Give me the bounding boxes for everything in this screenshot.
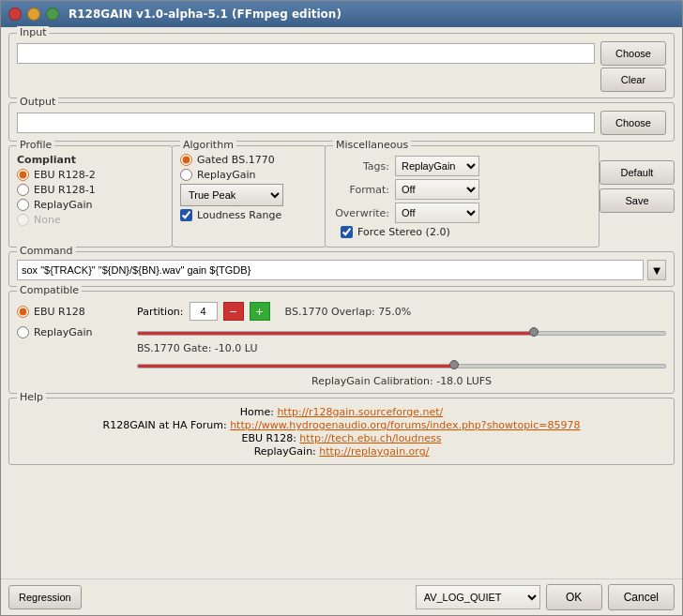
minimize-button[interactable]: [27, 8, 40, 21]
main-window: R128GAIN v1.0-alpha-5.1 (FFmpeg edition)…: [0, 0, 683, 616]
help-ebu-line: EBU R128: http://tech.ebu.ch/loudness: [17, 432, 666, 444]
help-home-line: Home: http://r128gain.sourceforge.net/: [17, 406, 666, 418]
log-select[interactable]: AV_LOG_QUIET AV_LOG_VERBOSE AV_LOG_DEBUG: [416, 585, 540, 609]
overwrite-row: Overwrite: Off On: [333, 203, 591, 223]
profile-replaygain-radio[interactable]: [17, 199, 29, 211]
input-label: Input: [17, 26, 49, 38]
profile-group: Profile Compliant EBU R128-2 EBU R128-1 …: [8, 145, 173, 248]
algo-gated-radio[interactable]: [180, 154, 192, 166]
output-choose-button[interactable]: Choose: [600, 111, 666, 135]
compat-rg-label: ReplayGain: [34, 326, 93, 338]
compatible-group: Compatible EBU R128 ReplayGain: [8, 291, 675, 394]
algo-replaygain-row: ReplayGain: [180, 169, 318, 181]
save-button[interactable]: Save: [600, 188, 675, 213]
loudness-range-row: Loudness Range: [180, 209, 318, 221]
partition-minus-button[interactable]: −: [223, 302, 244, 321]
partition-input[interactable]: [190, 302, 218, 321]
content-area: Input Choose Clear Output Choose Profile…: [1, 27, 682, 578]
profile-replaygain-row: ReplayGain: [17, 199, 164, 211]
help-ebu-text: EBU R128:: [241, 432, 299, 444]
window-title: R128GAIN v1.0-alpha-5.1 (FFmpeg edition): [68, 8, 342, 21]
profile-none-label: None: [34, 214, 61, 226]
regression-button[interactable]: Regression: [8, 585, 82, 609]
algo-gated-label: Gated BS.1770: [197, 154, 275, 166]
format-row: Format: Off On: [333, 179, 591, 200]
input-group: Input Choose Clear: [8, 33, 675, 98]
partition-row: Partition: − + BS.1770 Overlap: 75.0%: [137, 302, 666, 321]
force-stereo-row: Force Stereo (2.0): [341, 226, 591, 238]
input-clear-button[interactable]: Clear: [600, 68, 666, 92]
profile-ebu-r128-1-radio[interactable]: [17, 184, 29, 196]
help-rg-text: ReplayGain:: [254, 445, 320, 458]
close-button[interactable]: [8, 8, 22, 21]
help-forum-link[interactable]: http://www.hydrogenaudio.org/forums/inde…: [230, 419, 580, 431]
loudness-range-label: Loudness Range: [197, 209, 281, 221]
command-group: Command ▼: [8, 251, 675, 287]
profile-ebu-r128-2-row: EBU R128-2: [17, 169, 164, 181]
tags-select[interactable]: ReplayGain ID3v2 None: [395, 156, 479, 176]
compat-ebu128-radio[interactable]: [17, 306, 29, 318]
loudness-range-checkbox[interactable]: [180, 209, 192, 221]
force-stereo-label: Force Stereo (2.0): [357, 226, 450, 238]
misc-label: Miscellaneous: [333, 139, 411, 151]
gate-label: BS.1770 Gate: -10.0 LU: [137, 342, 666, 354]
compat-sliders-col: Partition: − + BS.1770 Overlap: 75.0% BS…: [137, 299, 666, 387]
misc-group: Miscellaneous Tags: ReplayGain ID3v2 Non…: [325, 145, 600, 248]
compat-radios-col: EBU R128 ReplayGain: [17, 299, 129, 387]
overlap-slider-thumb: [529, 327, 539, 337]
misc-buttons: Default Save: [600, 145, 675, 248]
help-label: Help: [17, 391, 46, 403]
input-field[interactable]: [17, 43, 595, 64]
input-choose-button[interactable]: Choose: [600, 41, 666, 66]
cancel-button[interactable]: Cancel: [608, 584, 675, 610]
compat-rg-radio[interactable]: [17, 326, 29, 338]
bottom-bar: Regression AV_LOG_QUIET AV_LOG_VERBOSE A…: [1, 578, 682, 615]
help-home-text: Home:: [240, 406, 278, 418]
profile-none-radio: [17, 214, 29, 226]
ok-button[interactable]: OK: [546, 584, 602, 610]
misc-area: Miscellaneous Tags: ReplayGain ID3v2 Non…: [326, 145, 675, 248]
output-group: Output Choose: [8, 102, 675, 142]
compat-ebu128-row: EBU R128: [17, 306, 129, 318]
gate-slider-thumb: [449, 360, 459, 369]
command-arrow-button[interactable]: ▼: [647, 260, 666, 280]
profile-ebu-r128-2-label: EBU R128-2: [34, 169, 96, 181]
algo-replaygain-radio[interactable]: [180, 169, 192, 181]
profile-replaygain-label: ReplayGain: [34, 199, 93, 211]
gate-slider-container: [137, 356, 666, 373]
true-peak-select[interactable]: True Peak Off: [180, 184, 283, 206]
help-forum-text: R128GAIN at HA Forum:: [103, 419, 231, 431]
tags-label: Tags:: [333, 160, 389, 173]
overwrite-label: Overwrite:: [333, 207, 389, 219]
help-ebu-link[interactable]: http://tech.ebu.ch/loudness: [299, 432, 441, 444]
format-select[interactable]: Off On: [395, 179, 479, 200]
algo-gated-row: Gated BS.1770: [180, 154, 318, 166]
algorithm-label: Algorithm: [180, 139, 236, 151]
compat-radios: EBU R128 ReplayGain: [17, 303, 129, 341]
profile-none-row: None: [17, 214, 164, 226]
output-field[interactable]: [17, 113, 595, 133]
help-home-link[interactable]: http://r128gain.sourceforge.net/: [277, 406, 443, 418]
profile-label: Profile: [17, 139, 54, 151]
profile-ebu-r128-1-label: EBU R128-1: [34, 184, 96, 196]
command-input[interactable]: [17, 260, 644, 280]
compliant-label: Compliant: [17, 154, 164, 166]
algo-replaygain-label: ReplayGain: [197, 169, 256, 181]
force-stereo-checkbox[interactable]: [341, 226, 353, 238]
compatible-label: Compatible: [17, 284, 82, 296]
profile-ebu-r128-2-radio[interactable]: [17, 169, 29, 181]
overwrite-select[interactable]: Off On: [395, 203, 479, 223]
help-rg-link[interactable]: http://replaygain.org/: [319, 445, 429, 458]
help-rg-line: ReplayGain: http://replaygain.org/: [17, 445, 666, 458]
maximize-button[interactable]: [46, 8, 59, 21]
compat-rg-row: ReplayGain: [17, 326, 129, 338]
format-label: Format:: [333, 184, 389, 196]
partition-plus-button[interactable]: +: [250, 302, 270, 321]
overlap-label: BS.1770 Overlap: 75.0%: [285, 306, 412, 318]
tags-row: Tags: ReplayGain ID3v2 None: [333, 156, 591, 176]
profile-algorithm-misc: Profile Compliant EBU R128-2 EBU R128-1 …: [8, 145, 675, 248]
partition-label: Partition:: [137, 306, 184, 318]
command-label: Command: [17, 245, 76, 257]
overlap-slider-container: [137, 323, 666, 340]
default-button[interactable]: Default: [600, 160, 675, 185]
